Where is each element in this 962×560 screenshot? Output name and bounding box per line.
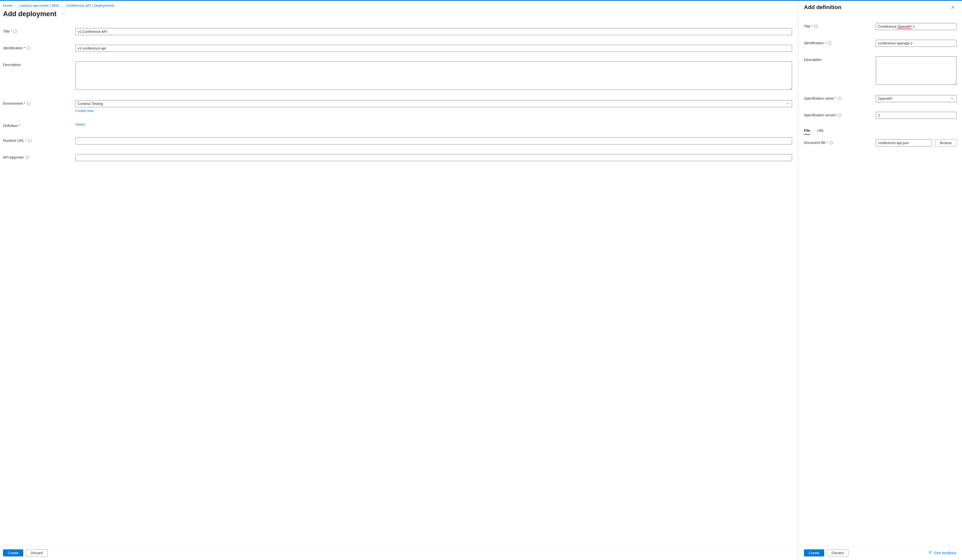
environment-select[interactable]: Contoso Testing	[75, 100, 792, 107]
info-icon[interactable]: i	[830, 141, 833, 144]
info-icon[interactable]: i	[27, 46, 30, 50]
definition-label: Definition *	[3, 123, 75, 128]
side-discard-button[interactable]: Discard	[827, 549, 848, 557]
title-label: Title * i	[3, 28, 75, 33]
chevron-down-icon	[951, 97, 954, 100]
file-url-tabs: File URL	[804, 129, 956, 135]
create-new-link[interactable]: Create new	[75, 109, 94, 113]
create-button[interactable]: Create	[3, 549, 23, 557]
info-icon[interactable]: i	[814, 24, 818, 28]
page-title: Add deployment	[3, 10, 56, 18]
info-icon[interactable]: i	[26, 156, 29, 159]
side-description-textarea[interactable]	[876, 56, 956, 85]
chevron-down-icon	[787, 102, 790, 105]
info-icon[interactable]: i	[27, 102, 30, 105]
main-footer: Create Discard	[3, 546, 792, 560]
tab-url[interactable]: URL	[817, 129, 824, 135]
spec-version-label: Specification version i	[804, 112, 876, 117]
breadcrumb-api-center[interactable]: contoso-api-center | APIs	[19, 3, 59, 8]
api-approver-input[interactable]	[75, 154, 792, 161]
chevron-right-icon: 〉	[15, 3, 18, 8]
breadcrumb: Home 〉 contoso-api-center | APIs 〉 Confe…	[3, 3, 792, 8]
more-icon[interactable]: ···	[61, 11, 66, 17]
runtime-url-input[interactable]	[75, 137, 792, 144]
browse-button[interactable]: Browse	[935, 139, 956, 147]
identification-input[interactable]	[75, 45, 792, 52]
side-identification-label: Identification * i	[804, 40, 876, 45]
side-description-label: Description	[804, 56, 876, 62]
info-icon[interactable]: i	[28, 139, 32, 142]
definition-select-link[interactable]: Select	[75, 123, 85, 126]
info-icon[interactable]: i	[838, 113, 841, 117]
description-label: Description	[3, 61, 75, 67]
side-create-button[interactable]: Create	[804, 549, 824, 557]
chevron-right-icon: 〉	[61, 3, 64, 8]
breadcrumb-home[interactable]: Home	[3, 3, 12, 8]
side-panel-title: Add definition	[804, 4, 841, 11]
info-icon[interactable]: i	[13, 30, 17, 33]
spec-name-select[interactable]: OpenAPI	[876, 95, 956, 102]
identification-label: Identification * i	[3, 45, 75, 50]
spec-version-input[interactable]	[876, 112, 956, 119]
document-file-input[interactable]	[876, 139, 932, 147]
svg-point-2	[929, 551, 930, 552]
chevron-right-icon: 〉	[116, 3, 119, 8]
environment-label: Environment * i	[3, 100, 75, 105]
close-icon[interactable]	[949, 4, 956, 11]
feedback-icon	[928, 550, 932, 555]
breadcrumb-conference-api[interactable]: Conference API | Deployments	[66, 3, 115, 8]
side-footer: Create Discard Give feedback	[804, 546, 956, 560]
info-icon[interactable]: i	[838, 97, 841, 100]
title-input[interactable]	[75, 28, 792, 35]
document-file-label: Document file * i	[804, 139, 876, 145]
give-feedback-link[interactable]: Give feedback	[928, 550, 957, 555]
runtime-url-label: Runtime URL * i	[3, 137, 75, 143]
main-pane: Home 〉 contoso-api-center | APIs 〉 Confe…	[0, 1, 798, 560]
side-pane: Add definition Title * i Conference Open…	[798, 1, 962, 560]
description-textarea[interactable]	[75, 61, 792, 90]
side-title-label: Title * i	[804, 23, 876, 28]
side-identification-input[interactable]	[876, 40, 956, 47]
spec-name-label: Specification name * i	[804, 95, 876, 100]
info-icon[interactable]: i	[828, 41, 831, 45]
api-approver-label: API Approver i	[3, 154, 75, 159]
tab-file[interactable]: File	[804, 129, 810, 135]
discard-button[interactable]: Discard	[26, 549, 47, 557]
side-title-input[interactable]: Conference OpenAPI 2	[876, 23, 956, 30]
